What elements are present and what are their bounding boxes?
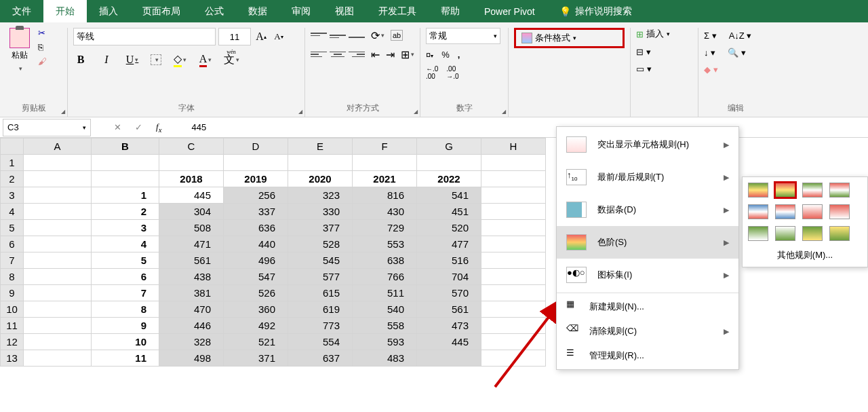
data-cell[interactable]: 451: [417, 204, 481, 220]
tab-power-pivot[interactable]: Power Pivot: [472, 0, 547, 22]
data-cell[interactable]: 438: [159, 269, 224, 285]
color-scale-option[interactable]: [802, 183, 823, 198]
color-scale-option[interactable]: [748, 226, 768, 241]
data-cell[interactable]: 473: [417, 318, 481, 334]
increase-indent-icon[interactable]: ⇥: [386, 47, 396, 62]
borders-button[interactable]: [151, 54, 161, 65]
col-header[interactable]: C: [159, 138, 224, 155]
format-cells-icon[interactable]: ▭ ▾: [636, 64, 692, 74]
tell-me[interactable]: 💡 操作说明搜索: [547, 0, 644, 22]
row-header[interactable]: 5: [1, 220, 24, 236]
table-row[interactable]: 42304337330430451: [1, 204, 546, 220]
increase-decimal-icon[interactable]: ←.0.00: [426, 65, 438, 80]
table-row[interactable]: 119446492773558473: [1, 318, 546, 334]
data-cell[interactable]: 330: [288, 204, 353, 220]
decrease-indent-icon[interactable]: ⇤: [370, 47, 380, 62]
tab-file[interactable]: 文件: [0, 0, 43, 22]
menu-highlight-rules[interactable]: 突出显示单元格规则(H) ▶: [557, 128, 738, 161]
data-cell[interactable]: 547: [224, 269, 288, 285]
row-header[interactable]: 9: [1, 285, 24, 301]
data-cell[interactable]: 440: [224, 236, 288, 252]
data-cell[interactable]: 445: [417, 334, 481, 350]
data-cell[interactable]: 516: [417, 252, 481, 269]
table-row[interactable]: 2 2018 2019 2020 2021 2022: [1, 171, 546, 187]
data-cell[interactable]: 360: [224, 301, 288, 318]
table-row[interactable]: 53508636377729520: [1, 220, 546, 236]
find-select-icon[interactable]: 🔍 ▾: [728, 48, 746, 58]
dialog-launcher-icon[interactable]: ◢: [298, 109, 302, 115]
font-name-select[interactable]: [73, 28, 216, 45]
decrease-font-icon[interactable]: A▾: [271, 29, 286, 44]
data-cell[interactable]: 593: [353, 334, 417, 350]
color-scale-option[interactable]: [775, 183, 795, 198]
table-row[interactable]: 108470360619540561: [1, 301, 546, 318]
more-rules-link[interactable]: 其他规则(M)...: [748, 241, 862, 261]
data-cell[interactable]: 704: [417, 269, 481, 285]
dialog-launcher-icon[interactable]: ◢: [502, 109, 506, 115]
tab-developer[interactable]: 开发工具: [366, 0, 429, 22]
row-header[interactable]: 2: [1, 171, 24, 187]
data-cell[interactable]: 256: [224, 187, 288, 204]
tab-data[interactable]: 数据: [236, 0, 279, 22]
table-row[interactable]: 1311498371637483: [1, 350, 546, 367]
menu-new-rule[interactable]: ▦ 新建规则(N)...: [557, 295, 738, 319]
align-right-icon[interactable]: [349, 47, 365, 62]
clear-icon[interactable]: ◆ ▾: [704, 64, 768, 75]
data-cell[interactable]: 508: [159, 220, 224, 236]
orientation-icon[interactable]: ⟳: [370, 28, 385, 43]
fx-icon[interactable]: fx: [156, 121, 161, 134]
phonetic-button[interactable]: wén文: [224, 52, 239, 67]
format-painter-icon[interactable]: 🖌: [38, 56, 47, 67]
cancel-icon[interactable]: ✕: [114, 122, 121, 132]
color-scale-option[interactable]: [748, 204, 768, 219]
data-cell[interactable]: 636: [224, 220, 288, 236]
select-all-button[interactable]: [1, 138, 24, 155]
row-header[interactable]: 10: [1, 301, 24, 318]
menu-manage-rules[interactable]: ☰ 管理规则(R)...: [557, 343, 738, 368]
table-row[interactable]: 1210328521554593445: [1, 334, 546, 350]
currency-icon[interactable]: ¤▾: [426, 50, 433, 60]
data-cell[interactable]: 615: [288, 285, 353, 301]
table-row[interactable]: 86438547577766704: [1, 269, 546, 285]
col-header[interactable]: A: [24, 138, 92, 155]
tab-insert[interactable]: 插入: [87, 0, 130, 22]
row-header[interactable]: 8: [1, 269, 24, 285]
tab-view[interactable]: 视图: [323, 0, 366, 22]
data-cell[interactable]: 545: [288, 252, 353, 269]
data-cell[interactable]: 570: [417, 285, 481, 301]
data-cell[interactable]: 521: [224, 334, 288, 350]
data-cell[interactable]: 773: [288, 318, 353, 334]
data-cell[interactable]: 561: [159, 252, 224, 269]
bold-button[interactable]: B: [73, 52, 88, 67]
name-box[interactable]: C3 ▾: [3, 119, 91, 136]
align-bottom-icon[interactable]: [349, 28, 365, 43]
col-header[interactable]: G: [417, 138, 481, 155]
menu-color-scales[interactable]: 色阶(S) ▶: [557, 226, 738, 259]
formula-bar-value[interactable]: 445: [175, 122, 206, 132]
number-format-select[interactable]: 常规▾: [426, 28, 500, 44]
copy-icon[interactable]: ⎘: [38, 42, 47, 52]
data-cell[interactable]: 471: [159, 236, 224, 252]
enter-icon[interactable]: ✓: [135, 122, 142, 132]
tab-review[interactable]: 审阅: [279, 0, 323, 22]
data-cell[interactable]: 816: [353, 187, 417, 204]
table-row[interactable]: 97381526615511570: [1, 285, 546, 301]
data-cell[interactable]: 328: [159, 334, 224, 350]
data-cell[interactable]: 377: [288, 220, 353, 236]
data-cell[interactable]: 554: [288, 334, 353, 350]
data-cell[interactable]: 381: [159, 285, 224, 301]
col-header[interactable]: E: [288, 138, 353, 155]
table-row[interactable]: 64471440528553477: [1, 236, 546, 252]
cut-icon[interactable]: ✂: [38, 28, 47, 38]
table-row[interactable]: 75561496545638516: [1, 252, 546, 269]
align-center-icon[interactable]: [330, 47, 346, 62]
row-header[interactable]: 11: [1, 318, 24, 334]
tab-page-layout[interactable]: 页面布局: [130, 0, 193, 22]
col-header[interactable]: D: [224, 138, 288, 155]
color-scale-option[interactable]: [829, 204, 850, 219]
data-cell[interactable]: 619: [288, 301, 353, 318]
color-scale-option[interactable]: [802, 226, 823, 241]
data-cell[interactable]: 558: [353, 318, 417, 334]
data-cell[interactable]: 430: [353, 204, 417, 220]
data-cell[interactable]: 766: [353, 269, 417, 285]
